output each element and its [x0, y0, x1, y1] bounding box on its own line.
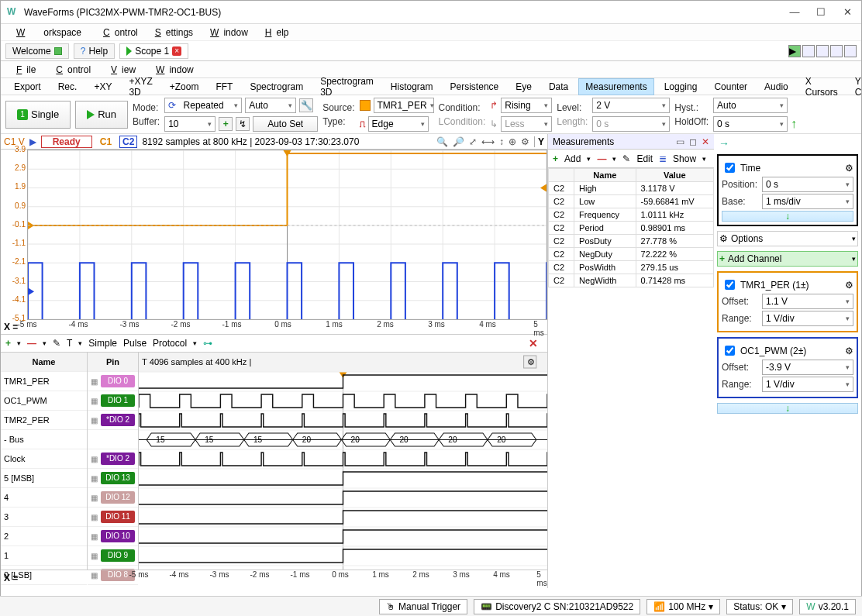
scope-plot[interactable]	[27, 150, 547, 320]
time-expand-icon[interactable]: ↓	[722, 211, 853, 222]
vruler-icon[interactable]: ↕	[499, 136, 504, 147]
buffer-input[interactable]: 10▾	[164, 116, 216, 132]
dig-row-name[interactable]: TMR2_PER	[1, 411, 87, 430]
m3-eye[interactable]: Eye	[509, 78, 539, 95]
menu-workspace[interactable]: Workspace	[7, 26, 91, 40]
autoset-button[interactable]: Auto Set	[253, 116, 318, 132]
m3-logging[interactable]: Logging	[657, 78, 705, 95]
dig-row-pin[interactable]: ▦*DIO 2	[88, 411, 138, 430]
time-enable-checkbox[interactable]	[725, 163, 735, 173]
time-base-input[interactable]: 1 ms/div▾	[762, 194, 853, 209]
c1-chip[interactable]: C1	[97, 136, 115, 147]
close-button[interactable]: ✕	[840, 6, 855, 18]
table-row[interactable]: C2Low-59.66841 mV	[549, 195, 714, 208]
tab-close-icon[interactable]: ×	[172, 46, 181, 56]
status-ok[interactable]: Status: OK ▾	[726, 599, 793, 614]
menu-window[interactable]: Window	[201, 26, 253, 40]
m3-spectrogram3d[interactable]: Spectrogram 3D	[313, 73, 381, 101]
m3-xcursors[interactable]: X Cursors	[798, 73, 845, 101]
dig-row-pin[interactable]: ▦DIO 0	[88, 372, 138, 391]
layout-icon-4[interactable]	[844, 45, 857, 57]
minimize-button[interactable]: —	[787, 6, 802, 18]
dig-row-pin[interactable]: ▦DIO 9	[88, 546, 138, 566]
dig-row-name[interactable]: 1	[1, 546, 87, 566]
dig-simple[interactable]: Simple	[88, 338, 117, 349]
dig-row-name[interactable]: Clock	[1, 449, 87, 469]
dig-close-icon[interactable]: ✕	[529, 337, 538, 349]
tab-scope[interactable]: Scope 1 ×	[119, 43, 188, 59]
dig-row-name[interactable]: OC1_PWM	[1, 391, 87, 411]
dig-row-name[interactable]: 2	[1, 527, 87, 546]
dig-row-name[interactable]: TMR1_PER	[1, 372, 87, 391]
meas-close-icon[interactable]: ✕	[702, 136, 709, 147]
layout-icon-2[interactable]	[816, 45, 829, 57]
table-row[interactable]: C2NegDuty72.222 %	[549, 248, 714, 261]
type-select[interactable]: Edge▾	[368, 116, 429, 132]
gear-icon[interactable]: ⚙	[521, 136, 529, 147]
hruler-icon[interactable]: ⟷	[481, 136, 495, 147]
m3-fft[interactable]: FFT	[209, 78, 240, 95]
table-row[interactable]: C2PosWidth279.15 us	[549, 261, 714, 274]
meas-add-icon[interactable]: +	[553, 153, 558, 164]
m3-data[interactable]: Data	[542, 78, 575, 95]
m3-ycursors[interactable]: Y Cursors	[848, 73, 862, 101]
holdoff-arrow-icon[interactable]: ↑	[791, 117, 797, 131]
add-channel-button[interactable]: Add Channel	[728, 253, 849, 264]
m3-zoom[interactable]: +Zoom	[163, 78, 206, 95]
layout-icon-3[interactable]	[830, 45, 843, 57]
hyst-select[interactable]: Auto▾	[713, 98, 788, 113]
dig-row-pin[interactable]: ▦DIO 13	[88, 469, 138, 488]
dig-t[interactable]: T	[67, 338, 72, 349]
dig-row-pin[interactable]	[88, 430, 138, 449]
meas-show-icon[interactable]: ≣	[659, 153, 667, 164]
meas-show[interactable]: Show	[673, 153, 696, 164]
ch2-range-input[interactable]: 1 V/div▾	[762, 377, 853, 392]
dig-row-pin[interactable]: ▦*DIO 2	[88, 449, 138, 469]
ch2-enable-checkbox[interactable]	[725, 346, 735, 356]
m3-xyz[interactable]: +XYZ 3D	[122, 73, 159, 101]
manual-trigger-button[interactable]: 🖱 Manual Trigger	[379, 599, 467, 614]
m3-measurements[interactable]: Measurements	[578, 78, 653, 95]
options-gear-icon[interactable]: ⚙	[719, 233, 728, 244]
m3-persistence[interactable]: Persistence	[443, 78, 506, 95]
menu2-file[interactable]: File	[7, 63, 40, 77]
tab-help[interactable]: ? Help	[74, 43, 115, 59]
table-row[interactable]: C2Period0.98901 ms	[549, 222, 714, 235]
m3-audio[interactable]: Audio	[757, 78, 795, 95]
m3-rec[interactable]: Rec.	[51, 78, 84, 95]
dig-edit-icon[interactable]: ✎	[53, 338, 60, 349]
channels-expand-icon[interactable]: ↓	[717, 403, 858, 414]
dig-add-icon[interactable]: +	[5, 338, 11, 349]
dig-protocol[interactable]: Protocol	[153, 338, 187, 349]
single-button[interactable]: 1 Single	[5, 101, 71, 129]
menu-help[interactable]: Help	[256, 26, 294, 40]
freq-status[interactable]: 📶 100 MHz ▾	[646, 599, 720, 614]
zoom-in-icon[interactable]: 🔍	[436, 136, 448, 147]
meas-edit-icon[interactable]: ✎	[622, 153, 630, 164]
c2-chip[interactable]: C2	[119, 136, 137, 148]
buffer-add-icon[interactable]: +	[219, 117, 233, 131]
m3-export[interactable]: Export	[7, 78, 48, 95]
ch1-gear-icon[interactable]: ⚙	[845, 280, 853, 291]
table-row[interactable]: C2High3.1178 V	[549, 182, 714, 195]
meas-add[interactable]: Add	[564, 153, 581, 164]
side-arrow-icon[interactable]: →	[717, 137, 858, 150]
add-channel-icon[interactable]: +	[719, 253, 725, 264]
table-row[interactable]: C2NegWidth0.71428 ms	[549, 274, 714, 287]
table-row[interactable]: C2PosDuty27.778 %	[549, 235, 714, 248]
meas-remove-icon[interactable]: —	[597, 153, 606, 164]
ch1-enable-checkbox[interactable]	[725, 280, 735, 290]
digital-plot[interactable]: T 4096 samples at 400 kHz |⚙151515202020…	[139, 353, 547, 570]
time-gear-icon[interactable]: ⚙	[845, 163, 853, 174]
meas-pop-icon[interactable]: ◻	[689, 136, 697, 147]
m3-histogram[interactable]: Histogram	[384, 78, 440, 95]
meas-dock-icon[interactable]: ▭	[676, 136, 684, 147]
target-icon[interactable]: 🔧	[299, 98, 313, 112]
dig-row-name[interactable]: 5 [MSB]	[1, 469, 87, 488]
fit-icon[interactable]: ⤢	[469, 136, 477, 147]
menu-settings[interactable]: Settings	[146, 26, 198, 40]
dig-row-name[interactable]: - Bus	[1, 430, 87, 449]
ch1-range-input[interactable]: 1 V/div▾	[762, 311, 853, 326]
ch2-gear-icon[interactable]: ⚙	[845, 346, 853, 356]
meas-edit[interactable]: Edit	[636, 153, 653, 164]
